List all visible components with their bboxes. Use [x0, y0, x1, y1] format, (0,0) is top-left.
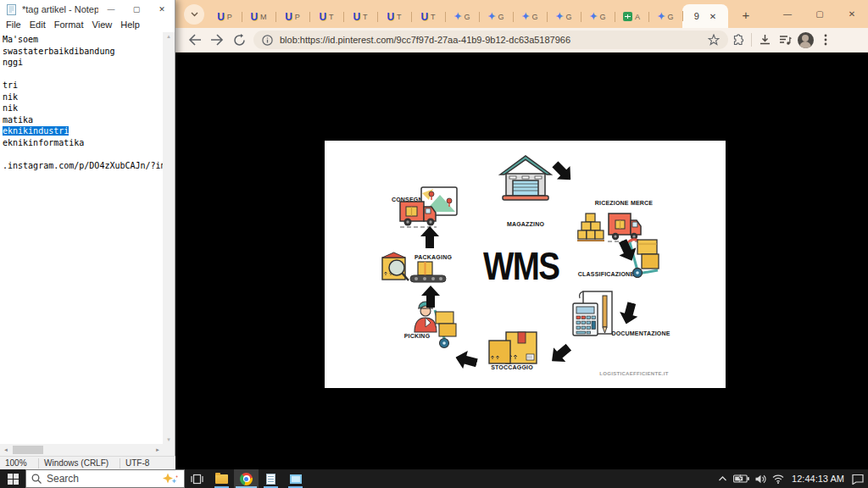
forward-arrow-icon [210, 34, 224, 46]
downloads-button[interactable] [754, 30, 775, 50]
photos-taskbar-button[interactable] [283, 469, 308, 488]
notepad-text-line: eknikindustri [3, 125, 164, 137]
menu-help[interactable]: Help [116, 19, 144, 32]
chrome-minimize-button[interactable]: — [771, 0, 804, 28]
browser-tab[interactable]: ✦G [479, 5, 513, 28]
search-placeholder: Search [47, 473, 79, 485]
menu-format[interactable]: Format [50, 19, 88, 32]
tab-title: 9 [694, 11, 699, 21]
notepad-text-line: nik [3, 92, 164, 103]
browser-tab[interactable]: ✦G [445, 5, 479, 28]
task-view-button[interactable] [185, 469, 209, 488]
browser-viewport: WMS MAGAZZINO RICEZIONE MERCE CLASSIFICA… [175, 53, 868, 469]
gemini-favicon-icon: ✦ [657, 12, 665, 21]
image-credit: LOGISTICAEFFICIENTE.IT [598, 371, 670, 376]
search-icon [31, 474, 42, 484]
chrome-tab-strip: UPUMUPUTUTUTUT✦G✦G✦G✦G✦GA✦G 9 ✕ + — ▢ ✕ [175, 0, 868, 28]
taskbar-search-box[interactable]: Search [25, 469, 185, 488]
notepad-taskbar-button[interactable] [259, 469, 283, 488]
notepad-text-area[interactable]: Ma'soemswastaterbaikdibandungnggitrinikn… [0, 32, 164, 444]
extensions-button[interactable] [728, 30, 748, 50]
browser-tab[interactable]: UP [275, 5, 309, 28]
notepad-minimize-button[interactable]: — [98, 0, 124, 19]
forward-button[interactable] [206, 30, 228, 50]
notepad-close-button[interactable]: ✕ [149, 0, 175, 19]
menu-file[interactable]: File [2, 19, 25, 32]
tray-chevron-up-icon[interactable] [718, 475, 727, 482]
media-controls-button[interactable] [775, 30, 795, 50]
chrome-icon [240, 473, 253, 485]
chrome-menu-button[interactable] [815, 30, 836, 50]
notepad-vertical-scrollbar[interactable]: ▲ ▼ [163, 32, 175, 444]
tab-title: G [532, 13, 538, 21]
notepad-text-line: matika [3, 114, 164, 126]
chrome-window-controls: — ▢ ✕ [771, 0, 868, 28]
chrome-taskbar-button[interactable] [234, 469, 259, 488]
u-favicon-icon: U [217, 12, 225, 22]
chrome-close-button[interactable]: ✕ [836, 0, 868, 28]
browser-tab[interactable]: UP [208, 5, 242, 28]
notepad-selected-text: eknikindustri [3, 126, 69, 136]
back-button[interactable] [184, 30, 206, 50]
scroll-up-icon[interactable]: ▲ [166, 34, 171, 39]
volume-icon[interactable] [755, 474, 766, 484]
tab-close-icon[interactable]: ✕ [709, 12, 716, 21]
tab-title: M [260, 13, 267, 21]
scroll-down-icon[interactable]: ▼ [166, 437, 171, 442]
reload-button[interactable] [228, 30, 250, 50]
tab-title: G [668, 13, 674, 21]
gemini-favicon-icon: ✦ [487, 12, 495, 21]
u-favicon-icon: U [250, 12, 258, 22]
notepad-text-line [3, 69, 164, 80]
battery-icon[interactable] [733, 474, 749, 483]
menu-edit[interactable]: Edit [25, 19, 50, 32]
browser-tab-active[interactable]: 9 ✕ [682, 4, 728, 28]
scroll-right-icon[interactable]: ► [152, 447, 164, 452]
browser-tab[interactable]: UT [377, 5, 411, 28]
gemini-favicon-icon: ✦ [589, 12, 597, 21]
file-explorer-button[interactable] [209, 469, 234, 488]
toolbar-divider [751, 33, 752, 47]
notepad-maximize-button[interactable]: ▢ [124, 0, 149, 19]
browser-tab[interactable]: A [615, 5, 648, 28]
warehouse-icon [498, 151, 553, 202]
tab-search-button[interactable] [184, 4, 204, 25]
scroll-left-icon[interactable]: ◄ [0, 447, 12, 452]
notepad-text-line: tri [3, 80, 164, 92]
browser-tab[interactable]: ✦G [648, 5, 682, 28]
bookmark-star-icon[interactable] [708, 34, 720, 46]
browser-tab[interactable]: UT [309, 5, 343, 28]
browser-tab[interactable]: UM [242, 5, 275, 28]
chrome-maximize-button[interactable]: ▢ [804, 0, 836, 28]
chrome-toolbar: blob:https://id.pinterest.com/9cc7f97d-2… [175, 28, 868, 53]
notepad-statusbar: 100% Windows (CRLF) UTF-8 [0, 456, 175, 469]
profile-avatar [798, 32, 814, 48]
browser-tab[interactable]: ✦G [513, 5, 547, 28]
scrollbar-thumb[interactable] [13, 446, 43, 454]
notepad-text-line: nik [3, 103, 164, 114]
taskbar-clock[interactable]: 12:44:13 AM [790, 474, 846, 484]
notepad-titlebar[interactable]: *tag artikel - Notepad — ▢ ✕ [0, 0, 175, 19]
notepad-icon [266, 474, 275, 485]
notepad-text-line: eknikinformatika [3, 137, 164, 149]
start-button[interactable] [0, 469, 25, 488]
action-center-icon[interactable] [852, 474, 864, 485]
gemini-favicon-icon: ✦ [453, 12, 461, 21]
menu-view[interactable]: View [88, 19, 117, 32]
station-label-documentazione: DOCUMENTAZIONE [607, 330, 675, 336]
browser-tab[interactable]: ✦G [547, 5, 581, 28]
notepad-horizontal-scrollbar[interactable]: ◄ ► [0, 444, 164, 456]
browser-tab[interactable]: UT [343, 5, 377, 28]
flow-arrow-icon [617, 301, 641, 327]
browser-tab[interactable]: UT [411, 5, 445, 28]
page-info-icon[interactable] [262, 35, 273, 46]
flow-arrow-icon [546, 340, 575, 369]
browser-tab[interactable]: ✦G [581, 5, 615, 28]
gemini-favicon-icon: ✦ [521, 12, 529, 21]
url-bar[interactable]: blob:https://id.pinterest.com/9cc7f97d-2… [253, 30, 728, 49]
new-tab-button[interactable]: + [735, 3, 757, 25]
wifi-icon[interactable] [772, 474, 784, 484]
tab-title: A [635, 13, 640, 21]
kebab-menu-icon [824, 34, 827, 46]
profile-button[interactable] [795, 30, 815, 50]
